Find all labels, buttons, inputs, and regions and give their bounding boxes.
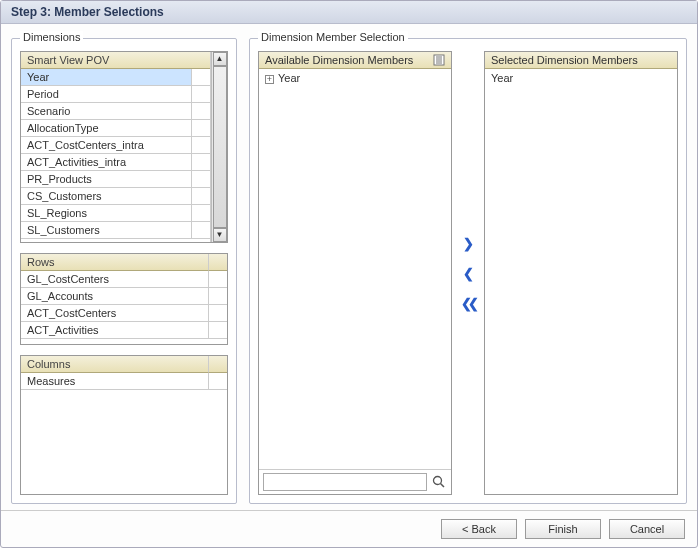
move-all-left-button[interactable]: ❮❮ (459, 294, 477, 312)
pov-item-pr-products[interactable]: PR_Products (21, 171, 192, 188)
pov-item-sl-regions[interactable]: SL_Regions (21, 205, 192, 222)
wizard-footer: < Back Finish Cancel (1, 510, 697, 547)
rows-item-gl-accounts[interactable]: GL_Accounts (21, 288, 209, 305)
pov-item-act-activities-intra[interactable]: ACT_Activities_intra (21, 154, 192, 171)
selected-members-panel: Selected Dimension Members Year (484, 51, 678, 495)
selected-members-header-label: Selected Dimension Members (491, 54, 638, 66)
columns-header-gutter (209, 356, 227, 373)
columns-item-measures[interactable]: Measures (21, 373, 209, 390)
svg-line-6 (441, 484, 445, 488)
cancel-button[interactable]: Cancel (609, 519, 685, 539)
tree-item-year[interactable]: +Year (263, 71, 447, 85)
pov-header[interactable]: Smart View POV (21, 52, 192, 69)
member-selection-label: Dimension Member Selection (258, 31, 408, 43)
pov-grid: Smart View POV Year Period Scenario Allo… (20, 51, 228, 243)
member-selection-fieldset: Dimension Member Selection Available Dim… (249, 38, 687, 504)
available-members-header-label: Available Dimension Members (265, 54, 413, 66)
move-left-button[interactable]: ❮ (459, 264, 477, 282)
pov-header-gutter (192, 52, 210, 69)
pov-item-scenario[interactable]: Scenario (21, 103, 192, 120)
available-members-search (259, 469, 451, 494)
back-button[interactable]: < Back (441, 519, 517, 539)
available-members-header: Available Dimension Members (259, 52, 451, 69)
available-members-panel: Available Dimension Members +Year (258, 51, 452, 495)
page-title: Step 3: Member Selections (1, 1, 697, 24)
scroll-down-icon[interactable]: ▼ (213, 228, 227, 242)
properties-icon[interactable] (433, 54, 445, 66)
selected-members-header: Selected Dimension Members (485, 52, 677, 69)
expand-icon[interactable]: + (265, 75, 274, 84)
selected-item-year[interactable]: Year (489, 71, 673, 85)
move-right-button[interactable]: ❯ (459, 234, 477, 252)
member-selection-column: Dimension Member Selection Available Dim… (249, 38, 687, 504)
content-area: Dimensions Smart View POV Year Period Sc… (1, 24, 697, 510)
dimensions-fieldset: Dimensions Smart View POV Year Period Sc… (11, 38, 237, 504)
pov-item-cs-customers[interactable]: CS_Customers (21, 188, 192, 205)
search-input[interactable] (263, 473, 427, 491)
pov-item-year[interactable]: Year (21, 69, 192, 86)
scroll-thumb[interactable] (213, 66, 227, 228)
transfer-buttons: ❯ ❮ ❮❮ (458, 51, 478, 495)
rows-header[interactable]: Rows (21, 254, 209, 271)
finish-button[interactable]: Finish (525, 519, 601, 539)
pov-item-act-costcenters-intra[interactable]: ACT_CostCenters_intra (21, 137, 192, 154)
rows-header-gutter (209, 254, 227, 271)
pov-list: Year Period Scenario AllocationType ACT_… (21, 69, 210, 242)
columns-grid: Columns Measures (20, 355, 228, 495)
wizard-step-panel: Step 3: Member Selections Dimensions Sma… (0, 0, 698, 548)
selected-members-list: Year (485, 69, 677, 494)
tree-item-label: Year (278, 72, 300, 84)
columns-header[interactable]: Columns (21, 356, 209, 373)
rows-item-gl-costcenters[interactable]: GL_CostCenters (21, 271, 209, 288)
dimensions-column: Dimensions Smart View POV Year Period Sc… (11, 38, 237, 504)
rows-item-act-activities[interactable]: ACT_Activities (21, 322, 209, 339)
scroll-up-icon[interactable]: ▲ (213, 52, 227, 66)
svg-point-5 (434, 477, 442, 485)
pov-scrollbar[interactable]: ▲ ▼ (211, 52, 227, 242)
dimensions-label: Dimensions (20, 31, 83, 43)
rows-item-act-costcenters[interactable]: ACT_CostCenters (21, 305, 209, 322)
pov-item-sl-customers[interactable]: SL_Customers (21, 222, 192, 239)
rows-grid: Rows GL_CostCenters GL_Accounts ACT_Cost… (20, 253, 228, 345)
available-members-tree: +Year (259, 69, 451, 469)
pov-item-period[interactable]: Period (21, 86, 192, 103)
search-icon[interactable] (431, 474, 447, 490)
pov-item-allocationtype[interactable]: AllocationType (21, 120, 192, 137)
